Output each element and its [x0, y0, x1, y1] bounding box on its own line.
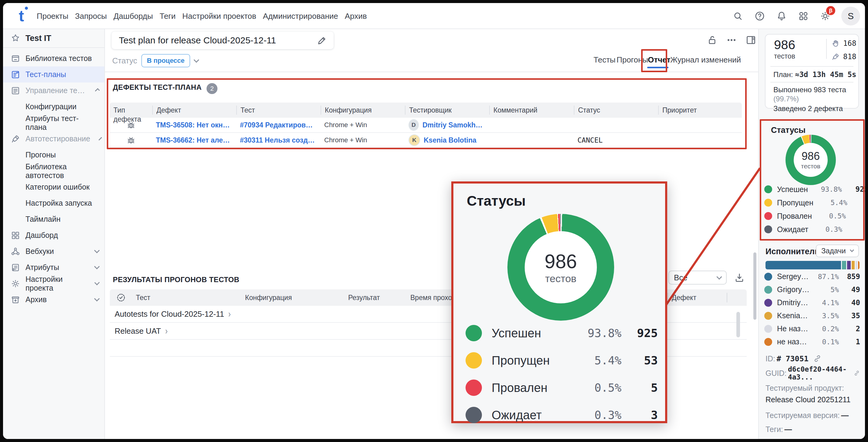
main-vertical-scrollbar[interactable] — [753, 253, 756, 320]
plan-duration: План: ≈3d 13h 45m 5s — [773, 70, 857, 79]
tab-tests[interactable]: Тесты — [593, 55, 615, 65]
sidebar-item-attributes[interactable]: Атрибуты — [3, 259, 104, 275]
sidebar-item-runs[interactable]: Прогоны — [3, 147, 104, 163]
legend-row[interactable]: Ksenia Bolotina 3.5% 35 — [764, 309, 860, 322]
legend-pct: 5.4% — [813, 199, 847, 207]
download-icon[interactable] — [733, 272, 745, 284]
user-avatar[interactable]: S — [841, 7, 860, 26]
nav-project-settings[interactable]: Настройки проектов — [179, 11, 259, 21]
tab-changelog[interactable]: Журнал изменений — [670, 55, 741, 65]
nav-administration[interactable]: Администрирование — [259, 11, 341, 21]
test-link[interactable]: #70934 Редактирование кат... — [236, 121, 320, 129]
sidebar-menu: Библиотека тестов Тест-планы Управление … — [3, 48, 104, 307]
auto-tests-count: 818 — [843, 53, 856, 61]
results-filter-select[interactable]: Все — [669, 271, 727, 285]
legend-row[interactable]: не назначен 0.1% 1 — [764, 335, 860, 348]
defect-link[interactable]: TMS-36508: Нет окна подтве... — [152, 121, 236, 129]
col-comment[interactable]: Комментарий — [489, 106, 574, 115]
legend-row: Провален 0.5% 5 — [466, 374, 658, 401]
sidebar-group-autotesting[interactable]: Автотестирование — [3, 131, 104, 147]
nav-dashboards[interactable]: Дашборды — [110, 11, 156, 21]
failed-dot-icon — [764, 212, 772, 220]
statuses-donut-chart[interactable]: 986 тестов — [785, 135, 836, 185]
legend-row[interactable]: Пропущен 5.4% 53 — [764, 196, 860, 209]
sidebar-item-label: Прогоны — [26, 150, 56, 159]
sidebar-project[interactable]: Test IT — [3, 29, 104, 48]
col-tester[interactable]: Тестировщик — [405, 106, 489, 115]
sidebar-item-label: Конфигурации — [26, 102, 76, 111]
legend-row[interactable]: Grigory Korol 5% 49 — [764, 283, 860, 296]
executor-dot-icon — [764, 286, 772, 294]
tester-link[interactable]: Dmitriy Samokhvalov — [423, 121, 489, 129]
nav-tags[interactable]: Теги — [156, 11, 179, 21]
defects-table-header: Тип дефекта Дефект Тест Конфигурация Тес… — [110, 102, 742, 118]
sidebar-item-launch-settings[interactable]: Настройка запуска — [3, 195, 104, 211]
chevron-right-icon: › — [228, 308, 231, 319]
table-inner-scrollbar[interactable] — [736, 312, 740, 337]
tester-link[interactable]: Ksenia Bolotina — [424, 136, 481, 144]
tab-runs[interactable]: Прогоны — [617, 55, 648, 65]
notifications-bell-icon[interactable] — [776, 10, 787, 22]
defect-row[interactable]: TMS-36508: Нет окна подтве... #70934 Ред… — [110, 118, 742, 133]
unlock-icon[interactable] — [706, 34, 718, 46]
legend-row[interactable]: Sergey Nikiforov 87.1% 859 — [764, 270, 860, 283]
col-test[interactable]: Тест — [132, 294, 241, 302]
sidebar-item-webhooks[interactable]: Вебхуки — [3, 243, 104, 259]
bar-seg-dmitriy — [847, 261, 851, 269]
bug-icon — [126, 120, 136, 130]
side-panel-icon[interactable] — [745, 34, 757, 46]
bar-seg-sergey — [766, 261, 841, 269]
search-icon[interactable] — [732, 10, 744, 22]
nav-projects[interactable]: Проекты — [33, 11, 71, 21]
legend-row[interactable]: Dmitriy Samokhval... 4.1% 40 — [764, 296, 860, 309]
theme-icon[interactable]: β — [819, 10, 831, 22]
test-link[interactable]: #30311 Нельзя создать и ре... — [236, 136, 320, 144]
sidebar-item-project-settings[interactable]: Настройки проекта — [3, 275, 104, 292]
sidebar-item-dashboard[interactable]: Дашборд — [3, 227, 104, 243]
legend-row[interactable]: Провален 0.5% 5 — [764, 209, 860, 223]
executors-stacked-bar[interactable] — [766, 261, 860, 269]
defects-title-text: ДЕФЕКТЫ ТЕСТ-ПЛАНА — [113, 83, 202, 91]
more-options-icon[interactable] — [725, 34, 738, 46]
app-logo[interactable]: t — [19, 7, 33, 24]
tab-report[interactable]: Отчет — [648, 55, 671, 65]
col-defect[interactable]: Дефект — [152, 106, 236, 115]
tab-bar: Тесты Прогоны Отчет Журнал изменений — [105, 53, 758, 71]
sidebar-group-test-management[interactable]: Управление тестирова... — [3, 83, 104, 98]
sidebar-item-testplan-attributes[interactable]: Атрибуты тест-плана — [3, 115, 104, 131]
col-priority[interactable]: Приоритет — [658, 106, 742, 115]
sidebar-item-configurations[interactable]: Конфигурации — [3, 98, 104, 115]
sidebar-item-archive[interactable]: Архив — [3, 292, 104, 307]
sidebar-item-error-categories[interactable]: Категории ошибок — [3, 179, 104, 195]
chevron-down-icon — [94, 247, 99, 253]
col-status[interactable]: Статус — [574, 106, 658, 115]
status-check-icon[interactable] — [116, 292, 126, 303]
defect-link[interactable]: TMS-36662: Нет алерта при ... — [152, 136, 236, 144]
executor-name: Не назначен — [777, 324, 810, 333]
defect-row[interactable]: TMS-36662: Нет алерта при ... #30311 Нел… — [110, 133, 742, 148]
col-configuration[interactable]: Конфигурация — [320, 106, 405, 115]
nav-requests[interactable]: Запросы — [71, 11, 110, 21]
sidebar-item-test-library[interactable]: Библиотека тестов — [3, 50, 104, 66]
nav-archive[interactable]: Архив — [341, 11, 370, 21]
copy-link-icon[interactable] — [854, 369, 860, 378]
executors-filter-select[interactable]: Задачи — [816, 244, 859, 257]
legend-row[interactable]: Не назначен 0.2% 2 — [764, 322, 860, 335]
edit-pencil-icon[interactable] — [316, 34, 328, 47]
col-test[interactable]: Тест — [236, 106, 320, 115]
sidebar-item-timeline[interactable]: Таймлайн — [3, 211, 104, 227]
col-defect[interactable]: Дефект — [668, 293, 727, 302]
help-icon[interactable] — [754, 10, 766, 22]
sidebar-item-autotest-library[interactable]: Библиотека автотестов — [3, 163, 104, 179]
done-tests-pct: (99.7%) — [773, 95, 799, 103]
apps-grid-icon[interactable] — [798, 10, 809, 22]
col-result[interactable]: Результат — [344, 294, 407, 302]
sidebar-item-test-plans[interactable]: Тест-планы — [3, 66, 104, 83]
col-defect-type[interactable]: Тип дефекта — [110, 106, 152, 115]
guid-value: d6c0ef20-4464-4a3... — [788, 365, 849, 381]
sidebar-item-label: Библиотека тестов — [26, 54, 92, 63]
legend-row[interactable]: Успешен 93.8% 925 — [764, 183, 860, 196]
copy-link-icon[interactable] — [813, 354, 822, 363]
legend-row[interactable]: Ожидает 0.3% 3 — [764, 223, 860, 236]
col-configuration[interactable]: Конфигурация — [241, 294, 344, 302]
